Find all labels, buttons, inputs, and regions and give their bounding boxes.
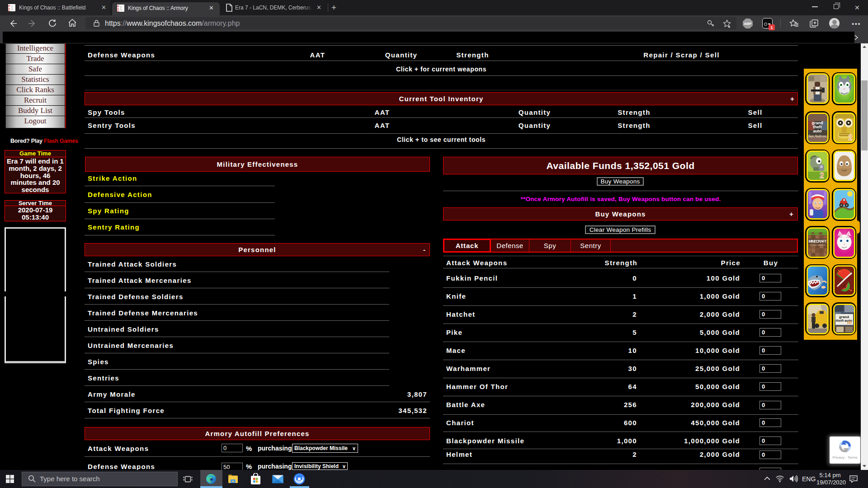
svg-text:2: 2 [848, 134, 852, 141]
svg-text:III: III [846, 320, 852, 325]
svg-text:San Andreas: San Andreas [808, 134, 826, 138]
svg-text:C: C [118, 9, 119, 12]
svg-text:MINECRAFT: MINECRAFT [808, 239, 827, 244]
svg-text:POCKET EDITION: POCKET EDITION [810, 244, 825, 246]
svg-text:2: 2 [820, 171, 824, 180]
svg-text:C: C [9, 9, 10, 12]
svg-text:auto: auto [813, 129, 822, 133]
